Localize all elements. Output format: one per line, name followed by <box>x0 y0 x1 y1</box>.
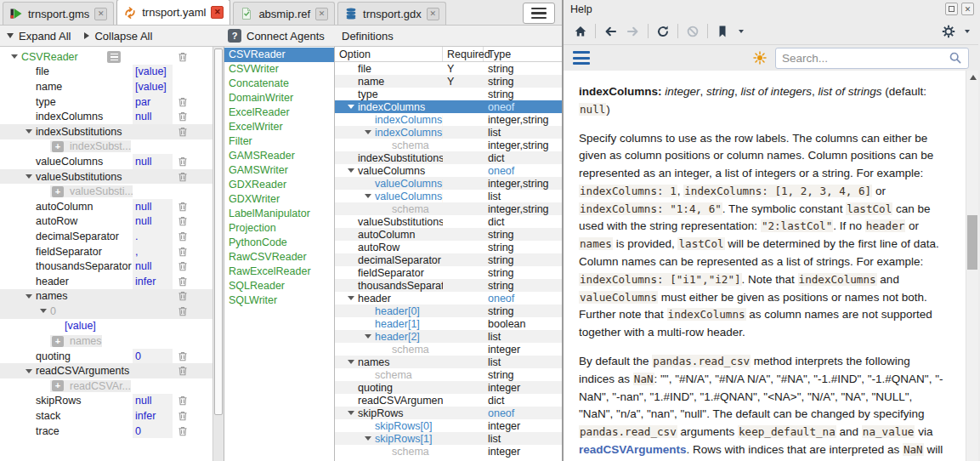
definitions-row-type[interactable]: typestring <box>335 88 562 100</box>
help-question-icon[interactable]: ? <box>228 29 241 43</box>
trash-icon[interactable] <box>173 350 195 362</box>
tree-row-autoColumn[interactable]: autoColumnnull <box>0 199 212 214</box>
tree-value[interactable] <box>133 333 173 349</box>
definitions-row-indexSubstitutions[interactable]: indexSubstitutionsdict <box>335 151 562 164</box>
tree-row-CSVReader[interactable]: CSVReader <box>0 49 212 65</box>
trash-icon[interactable] <box>173 201 195 213</box>
definitions-row-names[interactable]: nameslist <box>335 356 562 368</box>
tree-value[interactable]: null <box>133 109 173 124</box>
home-icon[interactable] <box>572 23 589 40</box>
search-input[interactable] <box>782 52 943 65</box>
collapse-all-button[interactable]: Collapse All <box>84 30 152 43</box>
tree-value[interactable]: null <box>133 214 173 230</box>
agent-item-ExcelReader[interactable]: ExcelReader <box>224 105 334 120</box>
definitions-row-header[0][interactable]: header[0]string <box>335 304 562 317</box>
tree-value[interactable] <box>133 319 173 334</box>
doc-menu-icon[interactable] <box>573 51 590 65</box>
trash-icon[interactable] <box>173 51 195 63</box>
yaml-text-icon[interactable] <box>107 51 121 63</box>
definitions-row-thousandsSeparator[interactable]: thousandsSeparatorstring <box>335 279 562 292</box>
trash-icon[interactable] <box>173 365 195 377</box>
expander-icon[interactable] <box>21 294 36 299</box>
tree-row-thousandsSeparator[interactable]: thousandsSeparatornull <box>0 259 212 274</box>
trash-icon[interactable] <box>173 395 195 407</box>
definitions-row-skipRows[interactable]: skipRowsoneof <box>335 407 562 419</box>
trash-icon[interactable] <box>173 96 195 108</box>
search-icon[interactable] <box>949 51 962 65</box>
expander-icon[interactable] <box>21 174 36 179</box>
expander-icon[interactable] <box>343 360 358 364</box>
definitions-row-schema[interactable]: schemainteger,string <box>335 202 562 215</box>
doc-link-readCSVArguments[interactable]: readCSVArguments <box>579 443 687 456</box>
tree-value[interactable] <box>133 304 173 319</box>
tree-value[interactable]: null <box>133 154 173 169</box>
bookmark-icon[interactable] <box>714 23 731 40</box>
definitions-row-fieldSeparator[interactable]: fieldSeparatorstring <box>335 266 562 279</box>
add-entry-button[interactable]: +indexSubst... <box>50 140 131 152</box>
tree-row-0[interactable]: 0 <box>0 304 212 319</box>
tree-row-file[interactable]: file[value] <box>0 65 212 80</box>
trash-icon[interactable] <box>173 171 195 183</box>
column-header-required[interactable]: Required <box>443 47 484 61</box>
tab-close-icon[interactable]: ✕ <box>427 8 439 20</box>
expander-icon[interactable] <box>36 309 50 313</box>
tree-value[interactable]: . <box>133 229 173 244</box>
agent-item-LabelManipulator[interactable]: LabelManipulator <box>224 207 334 221</box>
tree-value[interactable]: [value] <box>133 65 173 80</box>
definitions-row-valueColumns[0][interactable]: valueColumns[0]integer,string <box>335 177 562 190</box>
tree-row-indexSubst...[interactable]: +indexSubst... <box>0 139 212 155</box>
expander-icon[interactable] <box>360 334 375 339</box>
agent-item-GDXWriter[interactable]: GDXWriter <box>224 192 334 207</box>
definitions-row-schema[interactable]: schemainteger <box>335 343 562 356</box>
definitions-row-indexColumns[0][interactable]: indexColumns[0]integer,string <box>335 113 562 126</box>
tree-value[interactable] <box>133 124 173 139</box>
expander-icon[interactable] <box>21 129 36 134</box>
tree-value[interactable] <box>133 169 173 185</box>
doc-scrollbar-thumb[interactable] <box>967 215 977 270</box>
definitions-row-schema[interactable]: schemastring <box>335 368 562 381</box>
gear-icon[interactable] <box>940 23 957 40</box>
column-header-option[interactable]: Option <box>335 47 443 61</box>
expander-icon[interactable] <box>343 296 358 300</box>
trash-icon[interactable] <box>173 276 195 287</box>
tree-scrollbar-thumb[interactable] <box>214 48 223 415</box>
tree-value[interactable] <box>133 139 173 155</box>
agent-item-ExcelWriter[interactable]: ExcelWriter <box>224 120 334 134</box>
trash-icon[interactable] <box>173 111 195 122</box>
tree-row-header[interactable]: headerinfer <box>0 274 212 289</box>
definitions-row-schema[interactable]: schemainteger,string <box>335 139 562 151</box>
tree-scrollbar[interactable] <box>212 47 224 461</box>
reload-icon[interactable] <box>654 23 671 40</box>
agent-item-GAMSReader[interactable]: GAMSReader <box>224 149 334 163</box>
trash-icon[interactable] <box>173 215 195 227</box>
tree-value[interactable] <box>133 363 173 378</box>
tree-row-valueColumns[interactable]: valueColumnsnull <box>0 154 212 169</box>
tree-row-quoting[interactable]: quoting0 <box>0 349 212 364</box>
column-header-type[interactable]: Type <box>484 47 562 61</box>
agent-item-RawCSVReader[interactable]: RawCSVReader <box>224 250 334 265</box>
expand-all-button[interactable]: Expand All <box>7 30 71 43</box>
tree-value[interactable] <box>133 184 173 199</box>
expander-icon[interactable] <box>360 194 375 198</box>
tree-value[interactable]: infer <box>133 274 173 289</box>
tree-value[interactable]: par <box>133 94 173 110</box>
add-entry-button[interactable]: +readCSVAr... <box>50 380 131 392</box>
trash-icon[interactable] <box>173 410 195 422</box>
tree-row-type[interactable]: typepar <box>0 94 212 110</box>
expander-icon[interactable] <box>360 436 375 441</box>
float-window-icon[interactable] <box>945 3 958 15</box>
agent-item-CSVWriter[interactable]: CSVWriter <box>224 62 334 77</box>
definitions-row-skipRows[0][interactable]: skipRows[0]integer <box>335 419 562 432</box>
bookmark-dropdown-icon[interactable] <box>739 30 744 33</box>
tree-value[interactable] <box>133 289 173 304</box>
definitions-row-name[interactable]: nameYstring <box>335 75 562 88</box>
stop-icon[interactable] <box>684 23 701 40</box>
definitions-row-indexColumns[interactable]: indexColumnsoneof <box>335 100 562 113</box>
tree-value[interactable]: 0 <box>133 424 173 439</box>
settings-dropdown-icon[interactable] <box>965 30 970 33</box>
agent-item-DomainWriter[interactable]: DomainWriter <box>224 91 334 105</box>
tree-row-stack[interactable]: stackinfer <box>0 408 212 424</box>
tab-close-icon[interactable]: ✕ <box>211 6 224 19</box>
scroll-up-icon[interactable] <box>970 75 977 80</box>
tab-close-icon[interactable]: ✕ <box>315 8 328 20</box>
